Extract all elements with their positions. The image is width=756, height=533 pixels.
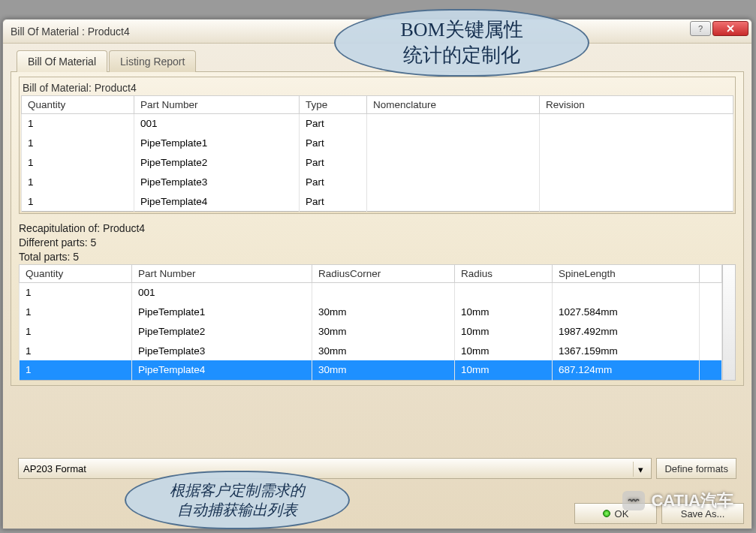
col2-radius-corner[interactable]: RadiusCorner bbox=[312, 264, 455, 282]
chevron-down-icon: ▾ bbox=[633, 462, 648, 477]
dialog-window: Bill Of Material : Product4 ? Bill Of Ma… bbox=[2, 19, 752, 529]
col2-spine-length[interactable]: SpineLength bbox=[553, 264, 700, 282]
help-button[interactable]: ? bbox=[690, 21, 711, 36]
table-row[interactable]: 1PipeTemplate2Part bbox=[22, 153, 733, 173]
table-row[interactable]: 1PipeTemplate330mm10mm1367.159mm bbox=[20, 341, 722, 360]
callout-top: BOM关键属性 统计的定制化 bbox=[334, 9, 589, 77]
ok-button[interactable]: OK bbox=[574, 503, 657, 524]
col-quantity[interactable]: Quantity bbox=[22, 96, 134, 114]
recap-table: Quantity Part Number RadiusCorner Radius… bbox=[19, 264, 722, 381]
table-row[interactable]: 1PipeTemplate430mm10mm687.124mm bbox=[20, 360, 722, 380]
table-row[interactable]: 1PipeTemplate130mm10mm1027.584mm bbox=[20, 302, 722, 321]
recap-title: Recapitulation of: Product4 bbox=[19, 221, 736, 236]
format-combo-value: AP203 Format bbox=[23, 463, 86, 474]
col-nomenclature[interactable]: Nomenclature bbox=[367, 96, 540, 114]
close-button[interactable] bbox=[712, 21, 748, 36]
bom-table-frame: Bill of Material: Product4 Quantity Part… bbox=[19, 77, 736, 214]
col-part-number[interactable]: Part Number bbox=[134, 96, 300, 114]
format-bar: AP203 Format ▾ Define formats bbox=[18, 452, 736, 485]
col2-radius[interactable]: Radius bbox=[455, 264, 553, 282]
table-row[interactable]: 1001Part bbox=[22, 114, 733, 134]
col2-blank bbox=[700, 264, 722, 282]
bom-panel: Bill of Material: Product4 Quantity Part… bbox=[11, 71, 744, 386]
format-combo[interactable]: AP203 Format ▾ bbox=[18, 458, 652, 479]
recap-header-row: Quantity Part Number RadiusCorner Radius… bbox=[20, 264, 722, 282]
table-scrollbar[interactable] bbox=[722, 264, 736, 381]
tab-bill-of-material[interactable]: Bill Of Material bbox=[17, 50, 107, 72]
col2-quantity[interactable]: Quantity bbox=[20, 264, 132, 282]
bom-section-title: Bill of Material: Product4 bbox=[23, 82, 733, 94]
recap-total: Total parts: 5 bbox=[19, 250, 736, 264]
table-row[interactable]: 1PipeTemplate4Part bbox=[22, 192, 733, 212]
tab-listing-report[interactable]: Listing Report bbox=[109, 50, 196, 72]
ok-dot-icon bbox=[603, 510, 610, 517]
table-row[interactable]: 1001 bbox=[20, 282, 722, 302]
table-row[interactable]: 1PipeTemplate3Part bbox=[22, 173, 733, 192]
col-type[interactable]: Type bbox=[300, 96, 367, 114]
table-row[interactable]: 1PipeTemplate230mm10mm1987.492mm bbox=[20, 321, 722, 341]
footer-buttons: OK Save As... bbox=[574, 503, 744, 524]
col2-part-number[interactable]: Part Number bbox=[132, 264, 312, 282]
bom-header-row: Quantity Part Number Type Nomenclature R… bbox=[22, 96, 733, 114]
recap-different: Different parts: 5 bbox=[19, 236, 736, 250]
bom-table: Quantity Part Number Type Nomenclature R… bbox=[21, 95, 733, 212]
window-controls: ? bbox=[690, 21, 748, 36]
callout-bottom: 根据客户定制需求的 自动捕获输出列表 bbox=[125, 471, 350, 529]
client-area: Bill Of Material Listing Report Bill of … bbox=[11, 50, 744, 491]
close-icon bbox=[725, 25, 736, 32]
recap-summary: Recapitulation of: Product4 Different pa… bbox=[19, 221, 736, 264]
window-title: Bill Of Material : Product4 bbox=[11, 26, 130, 38]
table-row[interactable]: 1PipeTemplate1Part bbox=[22, 134, 733, 153]
define-formats-button[interactable]: Define formats bbox=[656, 458, 736, 479]
save-as-button[interactable]: Save As... bbox=[661, 503, 744, 524]
col-revision[interactable]: Revision bbox=[540, 96, 733, 114]
